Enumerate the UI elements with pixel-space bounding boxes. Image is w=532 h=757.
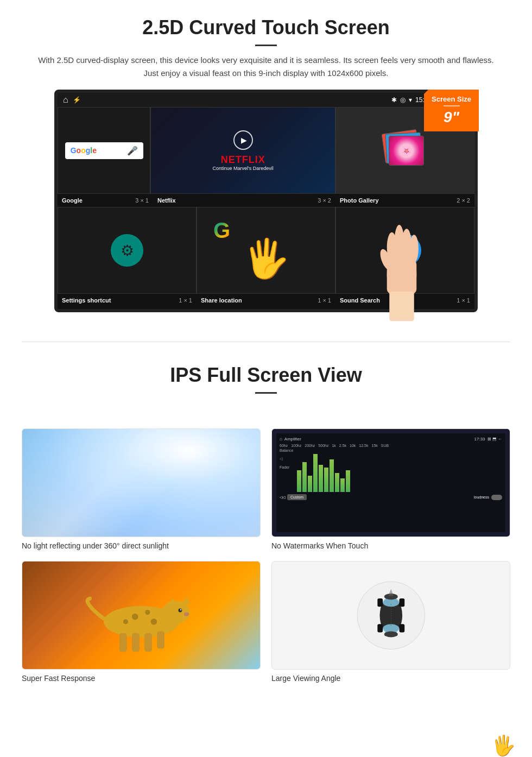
section-separator	[22, 342, 510, 342]
usb-icon: ⚡	[73, 96, 81, 104]
svg-point-20	[145, 610, 150, 615]
amp-title: Amplifier	[284, 437, 301, 441]
section2-title: IPS Full Screen View	[33, 364, 499, 387]
gallery-flower-image: 🌸	[389, 136, 423, 165]
amp-screen: ⌂ Amplifier 17:33 ⊠ ⬒ ← 60hz100hz200hz50…	[276, 433, 505, 532]
car-image-box	[271, 561, 510, 670]
share-hand-content: G 🖐	[197, 207, 335, 293]
image-grid: No light reflecting under 360° direct su…	[0, 418, 532, 693]
google-app-size: 3 × 1	[135, 197, 149, 204]
app-labels-row1: Google 3 × 1 Netflix 3 × 2 Photo Gallery…	[58, 194, 474, 207]
wifi-icon: ▾	[409, 96, 412, 104]
curved-touch-section: 2.5D Curved Touch Screen With 2.5D curve…	[0, 0, 532, 325]
netflix-subtitle: Continue Marvel's Daredevil	[213, 166, 274, 171]
sunlight-item: No light reflecting under 360° direct su…	[22, 428, 261, 550]
svg-point-13	[180, 609, 181, 610]
amp-balance-fader: Balance ◁ Fader	[280, 449, 296, 492]
amp-header: ⌂ Amplifier 17:33 ⊠ ⬒ ←	[280, 437, 502, 441]
netflix-logo: NETFLIX	[213, 154, 274, 166]
share-cell[interactable]: G 🖐	[197, 207, 335, 294]
cheetah-item: Super Fast Response	[22, 561, 261, 683]
svg-rect-6	[387, 260, 417, 294]
amp-eq-bars	[297, 449, 350, 492]
svg-rect-18	[157, 631, 164, 648]
cheetah-svg	[58, 578, 225, 653]
netflix-content: ▶ NETFLIX Continue Marvel's Daredevil	[213, 130, 274, 171]
gallery-app-name: Photo Gallery	[340, 197, 379, 204]
device-statusbar: ⌂ ⚡ ✱ ◎ ▾ 15:06 ⬜ ◁ ⊠ ⬒	[58, 93, 474, 107]
svg-rect-7	[389, 292, 414, 321]
amp-time: 17:33	[474, 437, 485, 441]
sound-app-size: 1 × 1	[457, 297, 470, 304]
hand-overlay	[369, 220, 434, 329]
settings-icon: ⚙	[111, 234, 143, 267]
amp-icons: ⊠ ⬒ ←	[487, 437, 502, 441]
amp-labels-col: Balance ◁ Fader	[280, 449, 502, 492]
sunlight-caption: No light reflecting under 360° direct su…	[22, 541, 261, 550]
netflix-app-size: 3 × 2	[318, 197, 331, 204]
ips-section: IPS Full Screen View	[0, 358, 532, 418]
car-item: Large Viewing Angle	[271, 561, 510, 683]
cheetah-image	[22, 562, 260, 669]
eq-bar-3	[308, 476, 312, 492]
badge-divider	[444, 105, 460, 106]
google-label: Google 3 × 1	[58, 196, 153, 205]
svg-rect-32	[399, 624, 404, 632]
cheetah-image-box	[22, 561, 261, 670]
sunlight-image-box	[22, 428, 261, 537]
svg-point-22	[150, 619, 157, 625]
svg-rect-15	[119, 633, 127, 652]
svg-point-19	[132, 614, 138, 620]
amp-custom-button[interactable]: Custom	[287, 494, 307, 500]
home-icon: ⌂	[63, 95, 68, 105]
google-cell[interactable]: Google 🎤	[58, 107, 150, 194]
gallery-label: Photo Gallery 2 × 2	[335, 196, 474, 205]
gallery-card-3: 🌸	[389, 136, 424, 166]
share-g-logo: G	[213, 218, 230, 243]
share-app-size: 1 × 1	[318, 297, 331, 304]
netflix-label: Netflix 3 × 2	[153, 196, 335, 205]
svg-point-21	[123, 619, 128, 624]
svg-marker-11	[169, 598, 176, 604]
amp-loudness-label: loudness	[474, 495, 489, 499]
car-caption: Large Viewing Angle	[271, 674, 510, 683]
settings-app-name: Settings shortcut	[62, 297, 111, 304]
svg-rect-31	[377, 624, 383, 632]
amplifier-image-box: ⌂ Amplifier 17:33 ⊠ ⬒ ← 60hz100hz200hz50…	[271, 428, 510, 537]
google-mic-icon: 🎤	[127, 146, 138, 156]
svg-marker-10	[182, 596, 190, 604]
svg-point-4	[410, 235, 419, 262]
google-logo: Google	[71, 146, 97, 155]
settings-cell[interactable]: ⚙	[58, 207, 197, 294]
ips-title-divider	[255, 392, 277, 394]
google-app-name: Google	[62, 197, 83, 204]
svg-rect-30	[399, 598, 404, 607]
screen-size-value: 9"	[432, 109, 471, 126]
hand-pointing-icon: 🖐	[243, 239, 290, 277]
sunlight-image	[22, 429, 260, 537]
netflix-cell[interactable]: ▶ NETFLIX Continue Marvel's Daredevil	[150, 107, 335, 194]
title-divider	[255, 45, 277, 46]
svg-point-12	[178, 608, 182, 612]
svg-rect-16	[132, 633, 140, 652]
svg-point-9	[162, 601, 189, 623]
gallery-app-size: 2 × 2	[457, 197, 470, 204]
amp-toggle[interactable]	[491, 495, 502, 500]
gallery-stack: 🌸	[383, 131, 427, 169]
eq-bar-8	[335, 473, 339, 492]
section1-description: With 2.5D curved-display screen, this de…	[33, 54, 499, 80]
google-search-bar[interactable]: Google 🎤	[65, 142, 143, 159]
netflix-app-name: Netflix	[157, 197, 176, 204]
settings-app-size: 1 × 1	[179, 297, 192, 304]
device-mockup: ⌂ ⚡ ✱ ◎ ▾ 15:06 ⬜ ◁ ⊠ ⬒	[54, 90, 478, 312]
svg-rect-17	[144, 633, 152, 652]
share-app-name: Share location	[201, 297, 242, 304]
app-grid-row1: Google 🎤 ▶ NETFLIX Continue Marvel's Dar…	[58, 107, 474, 194]
screen-size-label: Screen Size	[432, 95, 471, 103]
netflix-play-icon: ▶	[233, 130, 253, 150]
cheetah-caption: Super Fast Response	[22, 674, 261, 683]
amplifier-image: ⌂ Amplifier 17:33 ⊠ ⬒ ← 60hz100hz200hz50…	[272, 429, 510, 537]
svg-point-14	[184, 612, 189, 616]
svg-point-28	[384, 631, 398, 637]
eq-bar-4	[313, 454, 318, 492]
